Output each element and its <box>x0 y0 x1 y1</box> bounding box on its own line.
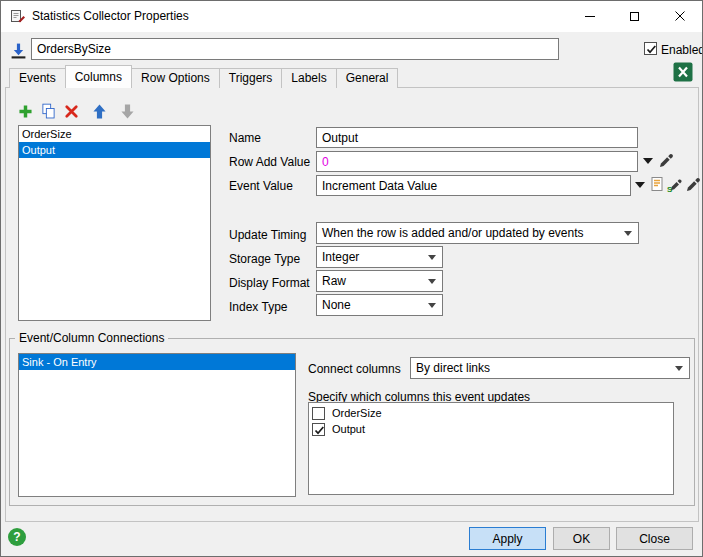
sampler-letter: S <box>667 185 672 194</box>
checkmark-icon <box>313 424 326 437</box>
update-timing-combo[interactable]: When the row is added and/or updated by … <box>316 222 639 244</box>
columns-list: OrderSize Output <box>18 125 211 321</box>
storage-type-label: Storage Type <box>229 252 300 266</box>
chevron-down-icon <box>675 366 683 371</box>
tab-strip: Events Columns Row Options Triggers Labe… <box>9 65 398 88</box>
checkmark-icon <box>645 43 658 56</box>
maximize-icon <box>630 12 639 21</box>
tab-triggers[interactable]: Triggers <box>219 68 283 88</box>
column-list-item-output[interactable]: Output <box>19 142 210 158</box>
event-connections-list: Sink - On Entry <box>18 353 296 497</box>
plus-icon <box>16 102 35 121</box>
tab-events[interactable]: Events <box>9 68 66 88</box>
event-column-connections-title: Event/Column Connections <box>15 331 168 345</box>
update-column-row-ordersize[interactable]: OrderSize <box>312 406 668 422</box>
ordersize-checkbox-label: OrderSize <box>332 406 382 421</box>
storage-type-combo[interactable]: Integer <box>316 246 443 268</box>
tab-general[interactable]: General <box>336 68 399 88</box>
close-button[interactable] <box>657 1 702 31</box>
name-label: Name <box>229 131 261 145</box>
column-list-item-ordersize[interactable]: OrderSize <box>19 126 210 142</box>
pull-arrow-icon <box>10 42 27 59</box>
update-column-row-output[interactable]: Output <box>312 422 668 438</box>
excel-icon <box>673 62 693 82</box>
connect-columns-label: Connect columns <box>308 362 401 376</box>
event-value-label: Event Value <box>229 179 293 193</box>
help-button[interactable]: ? <box>8 528 26 546</box>
delete-column-button[interactable] <box>60 100 82 122</box>
event-list-item-sink-on-entry[interactable]: Sink - On Entry <box>19 354 295 370</box>
statistics-collector-icon <box>10 8 26 24</box>
delete-x-icon <box>62 102 81 121</box>
chevron-down-icon <box>428 279 436 284</box>
code-template-button[interactable] <box>649 176 666 193</box>
code-template-icon <box>649 176 665 192</box>
display-format-combo[interactable]: Raw <box>316 270 443 292</box>
statistics-collector-properties-dialog: Statistics Collector Properties Enabled … <box>0 0 703 557</box>
help-icon: ? <box>13 530 20 544</box>
object-name-input[interactable] <box>31 38 559 60</box>
titlebar[interactable]: Statistics Collector Properties <box>1 1 702 32</box>
close-button-footer[interactable]: Close <box>616 527 693 550</box>
ok-button[interactable]: OK <box>553 527 610 550</box>
index-type-combo[interactable]: None <box>316 294 443 316</box>
row-add-value-label: Row Add Value <box>229 155 310 169</box>
row-add-value-eyedropper-icon[interactable] <box>658 152 675 169</box>
close-icon <box>675 11 685 21</box>
tab-labels[interactable]: Labels <box>281 68 336 88</box>
storage-type-value: Integer <box>322 250 359 264</box>
index-type-label: Index Type <box>229 300 288 314</box>
update-timing-value: When the row is added and/or updated by … <box>322 226 584 240</box>
display-format-value: Raw <box>322 274 346 288</box>
apply-button[interactable]: Apply <box>469 527 546 550</box>
window-title: Statistics Collector Properties <box>32 1 189 32</box>
chevron-down-icon <box>428 303 436 308</box>
down-arrow-icon <box>118 102 137 121</box>
up-arrow-icon <box>90 102 109 121</box>
update-columns-list: OrderSize Output <box>308 402 674 495</box>
sampler-button[interactable]: S <box>667 176 684 193</box>
copy-icon <box>39 102 58 121</box>
event-value-eyedropper-button[interactable] <box>685 176 702 193</box>
chevron-down-icon <box>624 231 632 236</box>
move-up-button[interactable] <box>88 100 110 122</box>
tab-columns[interactable]: Columns <box>65 65 132 88</box>
display-format-label: Display Format <box>229 276 310 290</box>
maximize-button[interactable] <box>612 1 657 31</box>
window-controls <box>567 1 702 32</box>
event-value-dropdown-arrow[interactable] <box>635 182 645 188</box>
enabled-label: Enabled <box>661 43 703 57</box>
connect-columns-value: By direct links <box>416 361 490 375</box>
ordersize-checkbox[interactable] <box>312 407 325 420</box>
add-column-button[interactable] <box>14 100 36 122</box>
event-value-input[interactable] <box>316 175 631 196</box>
row-add-value-input[interactable] <box>316 151 638 172</box>
chevron-down-icon <box>428 255 436 260</box>
eyedropper-icon <box>658 152 675 169</box>
pull-from-tree-button[interactable] <box>7 39 29 61</box>
minimize-icon <box>585 16 595 17</box>
excel-export-button[interactable] <box>671 60 695 84</box>
move-down-button[interactable] <box>116 100 138 122</box>
output-checkbox[interactable] <box>312 423 325 436</box>
update-timing-label: Update Timing <box>229 228 306 242</box>
connect-columns-combo[interactable]: By direct links <box>410 357 690 379</box>
tab-row-options[interactable]: Row Options <box>131 68 220 88</box>
index-type-value: None <box>322 298 351 312</box>
minimize-button[interactable] <box>567 1 612 31</box>
output-checkbox-label: Output <box>332 422 365 437</box>
name-input[interactable] <box>316 127 638 148</box>
row-add-value-dropdown-arrow[interactable] <box>643 158 653 164</box>
copy-column-button[interactable] <box>37 100 59 122</box>
enabled-checkbox[interactable] <box>644 42 657 55</box>
eyedropper-icon <box>685 176 702 193</box>
